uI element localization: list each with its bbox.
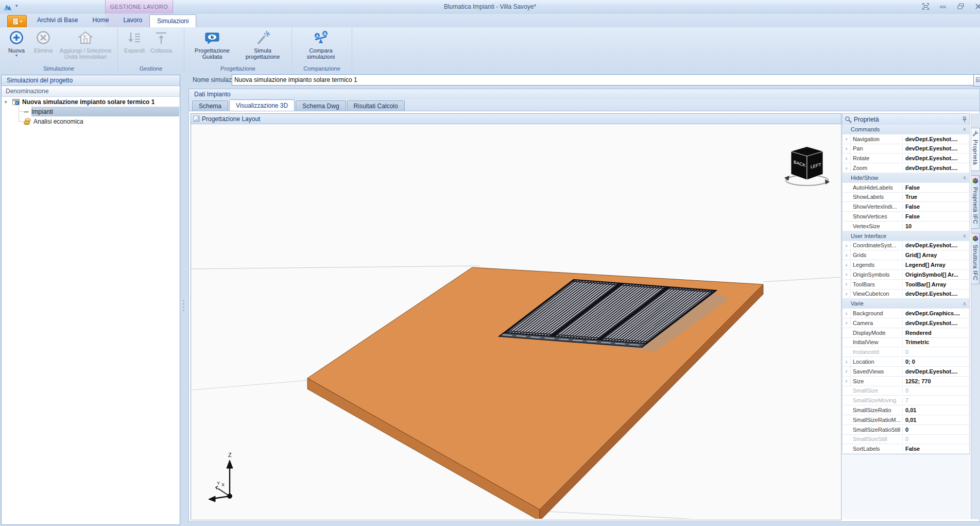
expand-icon[interactable]: › — [843, 358, 851, 366]
property-row-viewcubeicon[interactable]: ›ViewCubeIcondevDept.Eyeshot.... — [843, 290, 969, 299]
side-tab-struttura-ifc[interactable]: Struttura IFC — [971, 233, 980, 284]
property-row-initialview[interactable]: InitialViewTrimetric — [843, 338, 969, 348]
file-menu-button[interactable]: ▾ — [7, 15, 27, 28]
minimize-button[interactable] — [937, 2, 949, 11]
property-value[interactable]: 0 — [903, 427, 969, 433]
property-row-originsymbols[interactable]: ›OriginSymbolsOriginSymbol[] Ar... — [843, 270, 969, 280]
property-value[interactable]: Rendered — [903, 330, 969, 336]
restore-button[interactable] — [954, 2, 967, 11]
tree-item-simulation-root[interactable]: ▾ Nuova simulazione impianto solare term… — [2, 97, 180, 107]
property-row-smallsizestill[interactable]: SmallSizeStill0 — [843, 435, 969, 445]
fullscreen-button[interactable] — [919, 2, 932, 11]
property-value[interactable]: devDept.Eyeshot.... — [903, 136, 969, 142]
tab-visualizzazione-3d[interactable]: Visualizzazione 3D — [229, 99, 295, 111]
tab-schema-dwg[interactable]: Schema Dwg — [296, 100, 346, 111]
property-value[interactable]: False — [903, 446, 969, 452]
property-row-autohidelabels[interactable]: AutoHideLabelsFalse — [843, 183, 969, 193]
expand-icon[interactable]: › — [843, 261, 851, 269]
property-value[interactable]: devDept.Eyeshot.... — [903, 291, 969, 297]
collapse-icon[interactable]: ∧ — [960, 175, 969, 180]
expand-icon[interactable]: › — [843, 367, 851, 376]
pin-icon[interactable] — [962, 116, 967, 123]
property-value[interactable]: 0 — [903, 436, 969, 442]
property-value[interactable]: devDept.Eyeshot.... — [903, 165, 969, 171]
expand-icon[interactable]: › — [843, 251, 851, 260]
property-value[interactable]: Legend[] Array — [903, 262, 969, 268]
nuova-dropdown-icon[interactable]: ▾ — [15, 54, 18, 58]
property-value[interactable]: devDept.Eyeshot.... — [903, 155, 969, 161]
property-row-smallsize[interactable]: SmallSize0 — [843, 386, 969, 396]
aggiungi-seleziona-button[interactable]: Aggiungi / Seleziona Unità Immobiliari — [57, 29, 114, 61]
expand-icon[interactable]: › — [843, 144, 851, 153]
property-row-camera[interactable]: ›CameradevDept.Eyeshot.... — [843, 318, 969, 328]
close-button[interactable] — [972, 2, 980, 11]
property-value[interactable]: 10 — [903, 223, 969, 229]
property-value[interactable]: True — [903, 194, 969, 200]
tab-schema[interactable]: Schema — [192, 100, 228, 111]
panel-splitter[interactable] — [180, 75, 187, 524]
property-row-showlabels[interactable]: ShowLabelsTrue — [843, 193, 969, 202]
property-value[interactable]: devDept.Eyeshot.... — [903, 145, 969, 151]
expand-icon[interactable]: › — [843, 270, 851, 279]
property-value[interactable]: False — [903, 213, 969, 219]
collapse-icon[interactable]: ∧ — [960, 126, 969, 132]
expand-icon[interactable]: › — [843, 290, 851, 298]
collapse-icon[interactable]: ∧ — [960, 301, 969, 307]
property-value[interactable]: 0 — [903, 349, 969, 355]
tree-item-analisi-economica[interactable]: Analisi economica — [2, 116, 180, 126]
property-row-background[interactable]: ›BackgrounddevDept.Graphics.... — [843, 309, 969, 318]
property-row-savedviews[interactable]: ›SavedViewsdevDept.Eyeshot.... — [843, 367, 969, 377]
expand-icon[interactable]: › — [843, 280, 851, 289]
expand-icon[interactable]: › — [843, 241, 851, 250]
progettazione-guidata-button[interactable]: Progettazione Guidata — [187, 29, 237, 61]
side-tab-propriet-[interactable]: Proprietà — [971, 128, 980, 171]
expand-icon[interactable]: › — [843, 309, 851, 318]
view-cube[interactable]: BACK LEFT — [784, 147, 830, 185]
compara-simulazioni-button[interactable]: A B Compara simulazioni — [295, 29, 347, 61]
property-row-location[interactable]: ›Location0; 0 — [843, 357, 969, 367]
expand-icon[interactable]: › — [843, 134, 851, 143]
expand-icon[interactable]: › — [843, 164, 851, 173]
property-row-navigation[interactable]: ›NavigationdevDept.Eyeshot.... — [843, 134, 969, 144]
property-category-varie[interactable]: Varie∧ — [843, 299, 969, 309]
property-row-smallsizeratio[interactable]: SmallSizeRatio0,01 — [843, 405, 969, 415]
espandi-button[interactable]: Espandi — [121, 29, 148, 55]
property-value[interactable]: 0,01 — [903, 407, 969, 413]
property-row-instanceid[interactable]: InstanceId0 — [843, 347, 969, 357]
expand-icon[interactable]: › — [843, 318, 851, 327]
tree-expander-icon[interactable]: ▾ — [5, 99, 11, 105]
property-row-vertexsize[interactable]: VertexSize10 — [843, 222, 969, 231]
property-row-grids[interactable]: ›GridsGrid[] Array — [843, 250, 969, 260]
viewport-3d-canvas[interactable]: BACK LEFT — [191, 124, 840, 519]
property-value[interactable]: OriginSymbol[] Ar... — [903, 272, 969, 278]
tab-risultati-calcolo[interactable]: Risultati Calcolo — [347, 100, 405, 111]
side-tab-propriet-ifc[interactable]: Proprietà IFC — [971, 175, 980, 229]
property-value[interactable]: Trimetric — [903, 339, 969, 345]
property-value[interactable]: False — [903, 184, 969, 191]
property-row-legends[interactable]: ›LegendsLegend[] Array — [843, 260, 969, 270]
property-row-smallsizeratiostill[interactable]: SmallSizeRatioStill0 — [843, 425, 969, 435]
property-value[interactable]: 0,01 — [903, 417, 969, 423]
property-row-displaymode[interactable]: DisplayModeRendered — [843, 328, 969, 338]
nuova-button[interactable]: Nuova ▾ — [3, 29, 30, 59]
property-value[interactable]: ToolBar[] Array — [903, 281, 969, 287]
tree-item-impianti[interactable]: Impianti — [2, 107, 180, 116]
property-row-showvertices[interactable]: ShowVerticesFalse — [843, 212, 969, 222]
property-value[interactable]: 1252; 770 — [903, 378, 969, 384]
property-category-commands[interactable]: Commands∧ — [843, 125, 969, 134]
property-category-hide-show[interactable]: Hide/Show∧ — [843, 173, 969, 183]
property-row-showvertexindi-[interactable]: ShowVertexIndi...False — [843, 202, 969, 212]
property-value[interactable]: devDept.Eyeshot.... — [903, 368, 969, 375]
ribbon-tab-home[interactable]: Home — [85, 14, 116, 27]
expand-icon[interactable]: › — [843, 154, 851, 163]
property-row-smallsizemoving[interactable]: SmallSizeMoving7 — [843, 396, 969, 405]
property-row-zoom[interactable]: ›ZoomdevDept.Eyeshot.... — [843, 163, 969, 173]
property-row-smallsizeratiom-[interactable]: SmallSizeRatioM...0,01 — [843, 415, 969, 425]
collapse-icon[interactable]: ∧ — [960, 233, 969, 239]
property-value[interactable]: devDept.Graphics.... — [903, 310, 969, 316]
property-value[interactable]: Grid[] Array — [903, 252, 969, 258]
simula-progettazione-button[interactable]: Simula progettazione — [237, 29, 288, 61]
property-value[interactable]: devDept.Eyeshot.... — [903, 242, 969, 248]
property-row-sortlabels[interactable]: SortLabelsFalse — [843, 444, 969, 454]
tree-column-header[interactable]: Denominazione — [2, 86, 180, 97]
